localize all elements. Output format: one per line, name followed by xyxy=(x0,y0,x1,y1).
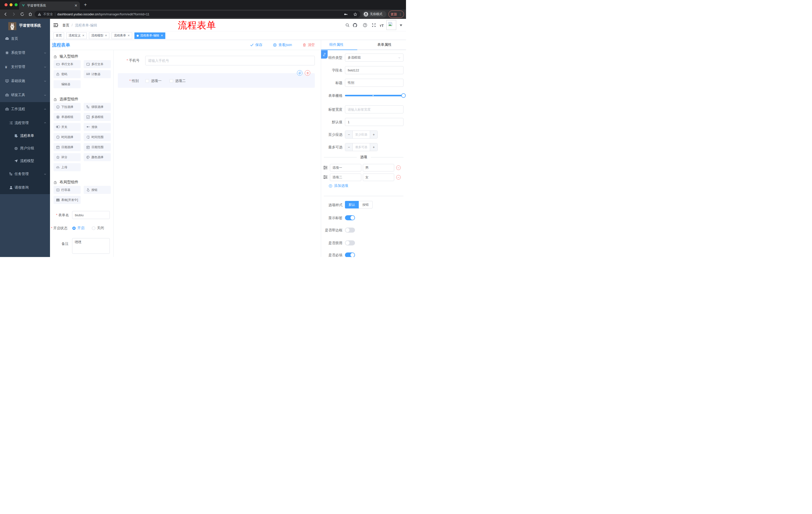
gender-option-2[interactable]: 选项二 xyxy=(170,79,186,83)
close-icon[interactable]: ✕ xyxy=(105,34,107,37)
close-icon[interactable]: ✕ xyxy=(161,34,163,37)
component-chip-time-picker[interactable]: 时间选择 xyxy=(54,133,81,141)
grid-slider-track[interactable] xyxy=(345,95,404,96)
max-select-value[interactable]: 最多可选 xyxy=(353,143,370,151)
forward-icon[interactable] xyxy=(10,11,17,17)
component-chip-counter[interactable]: 123计数器 xyxy=(84,70,111,78)
field-name-input[interactable] xyxy=(345,66,404,74)
label-width-input[interactable] xyxy=(345,105,404,113)
min-select-value[interactable]: 至少应选 xyxy=(353,131,370,138)
component-chip-select[interactable]: 下拉选择 xyxy=(54,103,81,111)
component-chip-slider[interactable]: 滑块 xyxy=(84,123,111,131)
avatar-caret-icon[interactable] xyxy=(400,24,402,26)
close-window-button[interactable] xyxy=(4,3,7,6)
tab-form-props[interactable]: 表单属性 xyxy=(377,43,392,47)
close-icon[interactable]: ✕ xyxy=(82,34,84,37)
browser-update-button[interactable]: 更新 ⋮ xyxy=(388,10,404,18)
style-default-button[interactable]: 默认 xyxy=(345,201,359,209)
sidebar-item-payment[interactable]: ¥ 支付管理 xyxy=(0,60,50,74)
sidebar-item-process-form[interactable]: 流程表单 xyxy=(0,130,50,142)
component-chip-single-line-text[interactable]: 单行文本 xyxy=(54,60,81,68)
status-radio-on[interactable]: 开启 xyxy=(72,226,84,231)
browser-menu-icon[interactable]: ⋮ xyxy=(399,12,402,16)
bookmark-star-icon[interactable] xyxy=(353,12,357,16)
tab-close-icon[interactable]: ✕ xyxy=(75,3,77,7)
component-chip-switch[interactable]: 开关 xyxy=(54,123,81,131)
component-chip-password[interactable]: 密码 xyxy=(54,70,81,78)
component-chip-rate[interactable]: 评分 xyxy=(54,153,81,161)
page-url[interactable]: dashboard.yudao.iocoder.cn/bpm/manager/f… xyxy=(57,12,149,16)
help-icon[interactable] xyxy=(363,23,367,27)
component-chip-radio-group[interactable]: 单选框组 xyxy=(54,113,81,121)
minimize-window-button[interactable] xyxy=(9,3,12,6)
tag-process-form[interactable]: 流程表单✕ xyxy=(112,32,132,39)
drag-handle-icon[interactable] xyxy=(323,165,328,170)
security-label[interactable]: 不安全 xyxy=(43,12,53,17)
form-name-input[interactable] xyxy=(72,211,110,219)
add-option-button[interactable]: 添加选项 xyxy=(329,184,348,188)
plus-icon[interactable]: + xyxy=(370,143,377,151)
remove-option-icon[interactable]: − xyxy=(396,175,401,180)
component-chip-time-range[interactable]: 时间范围 xyxy=(84,133,111,141)
plus-icon[interactable]: + xyxy=(370,131,377,138)
tag-process-definition[interactable]: 流程定义✕ xyxy=(66,32,87,39)
password-key-icon[interactable] xyxy=(344,12,348,16)
checkbox-icon[interactable] xyxy=(170,79,173,83)
tag-process-model[interactable]: 流程模型✕ xyxy=(89,32,109,39)
new-tab-button[interactable]: + xyxy=(84,2,87,7)
title-input[interactable] xyxy=(345,79,404,87)
option-1-label-input[interactable] xyxy=(330,164,361,171)
sidebar-item-devtools[interactable]: 研发工具 xyxy=(0,88,50,102)
gender-option-1[interactable]: 选项一 xyxy=(145,79,162,83)
minus-icon[interactable]: − xyxy=(345,131,353,138)
reload-icon[interactable] xyxy=(19,11,25,17)
option-2-label-input[interactable] xyxy=(330,173,361,181)
sidebar-item-process-model[interactable]: 流程模型 xyxy=(0,155,50,167)
browser-tab[interactable]: 芋道管理系统 ✕ xyxy=(19,1,80,9)
sidebar-item-workflow[interactable]: 工作流程 xyxy=(0,102,50,116)
sidebar-item-user-group[interactable]: 用户分组 xyxy=(0,142,50,155)
minus-icon[interactable]: − xyxy=(345,143,353,151)
disabled-toggle[interactable] xyxy=(345,240,355,245)
required-toggle[interactable] xyxy=(345,252,355,257)
sidebar-fold-icon[interactable] xyxy=(53,23,58,27)
drag-handle-icon[interactable] xyxy=(323,175,328,179)
avatar[interactable] xyxy=(386,20,396,30)
component-type-select[interactable]: 多选框组 xyxy=(345,54,404,62)
component-chip-color-picker[interactable]: 颜色选择 xyxy=(84,153,111,161)
clear-button[interactable]: 清空 xyxy=(302,43,315,47)
github-icon[interactable] xyxy=(352,23,357,28)
slider-thumb[interactable] xyxy=(401,93,406,98)
sidebar-item-leave-query[interactable]: 请假查询 xyxy=(0,181,50,194)
logo-block[interactable]: 芋道管理系统 xyxy=(0,19,50,32)
style-button-button[interactable]: 按钮 xyxy=(359,201,373,209)
selected-component-gender[interactable]: 性别 选项一 选项二 xyxy=(118,73,315,88)
component-chip-upload[interactable]: 上传 xyxy=(54,163,81,171)
component-chip-row-container[interactable]: 行容器 xyxy=(54,186,81,194)
checkbox-icon[interactable] xyxy=(145,79,149,83)
component-chip-checkbox-group[interactable]: 多选框组 xyxy=(84,113,111,121)
component-chip-date-range[interactable]: 日期范围 xyxy=(84,143,111,151)
phone-field-input[interactable] xyxy=(145,56,315,65)
back-icon[interactable] xyxy=(2,11,8,17)
form-remark-textarea[interactable]: 嘿嘿 xyxy=(72,238,110,254)
sidebar-item-system[interactable]: 系统管理 xyxy=(0,46,50,60)
view-json-button[interactable]: 查看json xyxy=(273,43,292,47)
option-2-value-input[interactable] xyxy=(363,173,394,181)
form-canvas[interactable]: 手机号 性别 选项一 选项二 xyxy=(114,50,321,257)
zoom-window-button[interactable] xyxy=(14,3,18,6)
save-button[interactable]: 保存 xyxy=(250,43,262,47)
delete-component-button[interactable] xyxy=(305,70,310,76)
sidebar-item-process-management[interactable]: 流程管理 xyxy=(0,116,50,130)
default-value-input[interactable] xyxy=(345,118,404,126)
status-radio-off[interactable]: 关闭 xyxy=(92,226,104,231)
duplicate-component-button[interactable] xyxy=(297,70,302,76)
component-chip-table[interactable]: 表格[开发中] xyxy=(54,196,81,204)
close-icon[interactable]: ✕ xyxy=(127,34,129,37)
font-size-icon[interactable]: ᴛT xyxy=(380,23,384,28)
breadcrumb-home[interactable]: 首页 xyxy=(62,23,69,28)
component-chip-multi-line-text[interactable]: 多行文本 xyxy=(84,60,111,68)
tab-component-props[interactable]: 组件属性 xyxy=(329,43,343,47)
component-chip-cascader[interactable]: 级联选择 xyxy=(84,103,111,111)
sidebar-item-home[interactable]: 首页 xyxy=(0,32,50,46)
